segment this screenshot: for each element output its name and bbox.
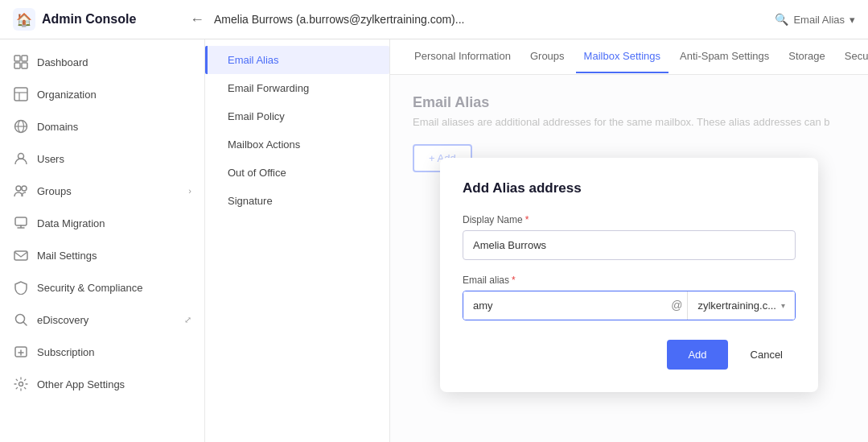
sidebar-item-ediscovery[interactable]: eDiscovery ⤢ — [0, 304, 204, 336]
subscription-icon — [13, 344, 29, 360]
tab-groups[interactable]: Groups — [522, 40, 573, 73]
header: 🏠 Admin Console ← Amelia Burrows (a.burr… — [0, 0, 868, 39]
add-alias-modal: Add Alias address Display Name * Email a… — [440, 158, 818, 392]
display-name-input[interactable] — [463, 230, 796, 260]
sidebar-label-other-app-settings: Other App Settings — [37, 378, 191, 390]
sidebar-item-domains[interactable]: Domains — [0, 110, 204, 143]
groups-icon — [13, 183, 29, 199]
layout: Dashboard Organization Domains Users Gro… — [0, 39, 868, 442]
app-title: Admin Console — [42, 12, 136, 27]
tab-personal-information[interactable]: Personal Information — [406, 40, 519, 73]
email-alias-required: * — [512, 275, 516, 286]
email-alias-label: Email alias * — [463, 275, 796, 286]
svg-rect-4 — [14, 88, 27, 101]
sub-sidebar-item-signature[interactable]: Signature — [205, 187, 389, 215]
modal-title: Add Alias address — [463, 180, 796, 196]
sidebar-item-subscription[interactable]: Subscription — [0, 336, 204, 368]
sidebar-item-groups[interactable]: Groups › — [0, 175, 204, 207]
svg-rect-13 — [15, 217, 27, 225]
tab-anti-spam-settings[interactable]: Anti-Spam Settings — [672, 40, 777, 73]
sub-sidebar-item-out-of-office[interactable]: Out of Office — [205, 159, 389, 187]
sub-sidebar-item-email-forwarding[interactable]: Email Forwarding — [205, 74, 389, 102]
tab-mailbox-settings[interactable]: Mailbox Settings — [576, 40, 668, 73]
security-compliance-icon — [13, 279, 29, 295]
sidebar-label-domains: Domains — [37, 121, 191, 133]
svg-rect-1 — [22, 56, 27, 61]
sidebar-label-dashboard: Dashboard — [37, 56, 191, 68]
sidebar-label-mail-settings: Mail Settings — [37, 250, 191, 262]
groups-arrow-icon: › — [188, 186, 191, 196]
modal-add-button[interactable]: Add — [667, 340, 727, 370]
svg-rect-2 — [14, 63, 20, 68]
svg-rect-3 — [22, 63, 27, 68]
email-domain-label: zylkertraining.c... — [697, 299, 776, 312]
email-alias-input[interactable] — [463, 291, 666, 320]
sidebar-item-other-app-settings[interactable]: Other App Settings — [0, 368, 204, 400]
sidebar-item-organization[interactable]: Organization — [0, 78, 204, 110]
search-label: Email Alias — [793, 14, 845, 26]
other-app-settings-icon — [13, 376, 29, 392]
organization-icon — [13, 86, 29, 102]
sub-sidebar-item-mailbox-actions[interactable]: Mailbox Actions — [205, 130, 389, 159]
sidebar-label-subscription: Subscription — [37, 346, 191, 358]
sidebar-label-ediscovery: eDiscovery — [37, 314, 176, 326]
svg-point-11 — [16, 186, 21, 191]
tab-storage[interactable]: Storage — [780, 40, 833, 73]
tabs-bar: Personal Information Groups Mailbox Sett… — [390, 39, 868, 75]
tab-security[interactable]: Security — [837, 40, 868, 73]
sub-sidebar-item-email-policy[interactable]: Email Policy — [205, 102, 389, 130]
sidebar-label-data-migration: Data Migration — [37, 217, 191, 229]
sub-sidebar-item-email-alias[interactable]: Email Alias — [205, 46, 389, 74]
users-icon — [13, 151, 29, 167]
sidebar-label-organization: Organization — [37, 89, 191, 101]
main-area: Personal Information Groups Mailbox Sett… — [390, 39, 868, 442]
display-name-label: Display Name * — [463, 214, 796, 225]
logo-icon: 🏠 — [13, 8, 35, 31]
search-bar[interactable]: 🔍 Email Alias ▾ — [775, 13, 855, 26]
modal-actions: Add Cancel — [463, 340, 796, 370]
ediscovery-arrow-icon: ⤢ — [184, 315, 191, 325]
svg-rect-0 — [14, 56, 20, 61]
app-logo: 🏠 Admin Console — [13, 8, 174, 31]
sidebar-item-dashboard[interactable]: Dashboard — [0, 46, 204, 78]
domain-dropdown-icon: ▾ — [781, 301, 785, 310]
sidebar-label-groups: Groups — [37, 185, 180, 197]
search-icon: 🔍 — [775, 13, 788, 26]
sidebar-label-security-compliance: Security & Compliance — [37, 282, 191, 294]
email-alias-group: Email alias * @ zylkertraining.c... ▾ — [463, 275, 796, 320]
sidebar-item-data-migration[interactable]: Data Migration — [0, 207, 204, 239]
domains-icon — [13, 118, 29, 134]
ediscovery-icon — [13, 312, 29, 328]
user-label: Amelia Burrows (a.burrows@zylkertraining… — [214, 13, 765, 26]
search-dropdown-icon: ▾ — [849, 14, 855, 26]
dashboard-icon — [13, 54, 29, 70]
sub-sidebar: Email Alias Email Forwarding Email Polic… — [205, 39, 390, 442]
data-migration-icon — [13, 215, 29, 231]
display-name-required: * — [525, 214, 529, 225]
email-input-group: @ zylkertraining.c... ▾ — [463, 291, 796, 320]
sidebar-item-users[interactable]: Users — [0, 143, 204, 175]
modal-cancel-button[interactable]: Cancel — [738, 341, 796, 368]
modal-overlay: Add Alias address Display Name * Email a… — [390, 75, 868, 442]
display-name-group: Display Name * — [463, 214, 796, 260]
mail-settings-icon — [13, 247, 29, 263]
sidebar: Dashboard Organization Domains Users Gro… — [0, 39, 205, 442]
back-button[interactable]: ← — [190, 11, 204, 28]
sidebar-label-users: Users — [37, 153, 191, 165]
email-domain-selector[interactable]: zylkertraining.c... ▾ — [687, 291, 795, 320]
svg-point-12 — [22, 186, 27, 191]
email-at-symbol: @ — [666, 299, 687, 312]
sidebar-item-security-compliance[interactable]: Security & Compliance — [0, 271, 204, 304]
sidebar-item-mail-settings[interactable]: Mail Settings — [0, 239, 204, 271]
svg-rect-14 — [14, 251, 27, 260]
main-content: Email Alias Email aliases are additional… — [390, 75, 868, 442]
svg-point-17 — [19, 382, 23, 386]
